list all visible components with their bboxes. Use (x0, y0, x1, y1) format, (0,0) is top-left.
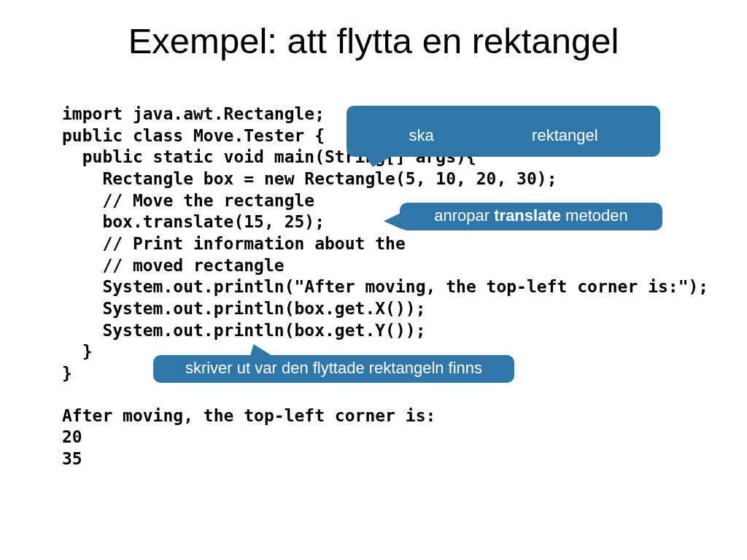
output-line: 35 (62, 449, 82, 468)
callout-text: skriver ut var den flyttade rektangeln f… (185, 359, 482, 377)
callout-text: rektangel (532, 126, 598, 144)
code-line: // Move the rectangle (62, 191, 314, 210)
code-line: } (62, 342, 93, 361)
code-line: System.out.println("After moving, the to… (62, 277, 708, 296)
slide-title: Exempel: att flytta en rektangel (44, 20, 703, 61)
code-line: Rectangle box = new Rectangle(5, 10, 20,… (62, 169, 557, 188)
output-line: After moving, the top-left corner is: (62, 406, 436, 425)
code-line: // moved rectangle (62, 256, 285, 275)
output-block: After moving, the top-left corner is: 20… (62, 405, 703, 470)
code-line: import java.awt.Rectangle; (62, 104, 325, 123)
code-line: public class Move.Tester { (62, 126, 325, 145)
callout-print: skriver ut var den flyttade rektangeln f… (153, 355, 514, 383)
callout-text: ska (409, 126, 433, 144)
callout-text-bold: translate (494, 206, 561, 225)
code-line: } (62, 364, 72, 383)
callout-text: anropar (434, 206, 494, 225)
code-line: System.out.println(box.get.X()); (62, 299, 426, 318)
callout-translate: anropar translate metoden (400, 203, 662, 230)
code-line: box.translate(15, 25); (62, 212, 325, 231)
callout-create-rectangle: ska rektangel (347, 106, 660, 157)
code-line: // Print information about the (62, 234, 406, 253)
output-line: 20 (62, 427, 82, 446)
callout-text: metoden (561, 206, 628, 225)
code-line: System.out.println(box.get.Y()); (62, 321, 426, 340)
